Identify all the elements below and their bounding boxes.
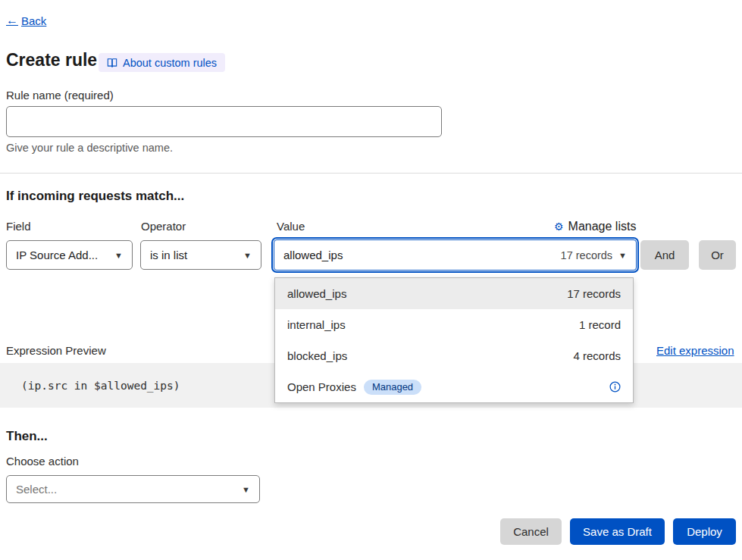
deploy-button[interactable]: Deploy: [673, 518, 736, 545]
match-section-title: If incoming requests match...: [6, 189, 184, 204]
edit-expression-link[interactable]: Edit expression: [656, 344, 734, 357]
choose-action-label: Choose action: [6, 455, 79, 468]
value-select[interactable]: allowed_ips 17 records ▼: [274, 239, 637, 271]
list-dropdown-menu: allowed_ips 17 records internal_ips 1 re…: [274, 277, 634, 403]
field-select-value: IP Source Add...: [16, 249, 98, 261]
back-label: Back: [21, 14, 46, 27]
gear-icon: ⚙: [554, 221, 564, 233]
manage-lists-label: Manage lists: [568, 220, 637, 233]
page-title: Create rule: [6, 50, 97, 70]
create-rule-page: ← Back Create rule About custom rules Ru…: [0, 0, 742, 560]
book-icon: [107, 58, 117, 68]
list-item-name: internal_ips: [287, 318, 346, 331]
list-item-allowed-ips[interactable]: allowed_ips 17 records: [275, 278, 633, 309]
list-item-name: allowed_ips: [287, 287, 346, 300]
list-item-records: 17 records: [567, 287, 621, 300]
operator-select[interactable]: is in list ▼: [140, 240, 261, 270]
save-as-draft-button[interactable]: Save as Draft: [570, 518, 665, 545]
expression-code: (ip.src in $allowed_ips): [21, 380, 180, 392]
then-section-title: Then...: [6, 429, 48, 444]
rule-name-label: Rule name (required): [6, 89, 114, 102]
chevron-down-icon: ▼: [114, 251, 123, 260]
back-arrow-icon: ←: [6, 14, 18, 27]
value-label: Value: [277, 220, 305, 233]
chevron-down-icon: ▼: [242, 485, 250, 494]
list-item-records: 4 records: [573, 349, 621, 362]
action-select[interactable]: Select... ▼: [6, 475, 260, 503]
field-select[interactable]: IP Source Add... ▼: [6, 240, 133, 270]
manage-lists-link[interactable]: ⚙ Manage lists: [554, 220, 636, 233]
rule-name-input[interactable]: [6, 106, 442, 137]
back-link[interactable]: ← Back: [6, 14, 46, 27]
action-select-placeholder: Select...: [16, 483, 57, 496]
field-label: Field: [6, 220, 31, 233]
value-select-records: 17 records: [561, 249, 613, 261]
about-custom-rules-link[interactable]: About custom rules: [99, 53, 225, 72]
list-item-open-proxies[interactable]: Open Proxies Managed: [275, 371, 633, 402]
list-item-blocked-ips[interactable]: blocked_ips 4 records: [275, 340, 633, 371]
expression-preview-label: Expression Preview: [6, 344, 106, 357]
rule-name-helper: Give your rule a descriptive name.: [6, 142, 173, 154]
chevron-down-icon: ▼: [618, 251, 627, 260]
or-button[interactable]: Or: [699, 240, 736, 270]
about-custom-rules-label: About custom rules: [123, 57, 217, 69]
operator-label: Operator: [141, 220, 186, 233]
list-item-internal-ips[interactable]: internal_ips 1 record: [275, 309, 633, 340]
cancel-button[interactable]: Cancel: [500, 518, 562, 545]
section-divider: [0, 173, 742, 174]
list-item-name: blocked_ips: [287, 349, 347, 362]
chevron-down-icon: ▼: [243, 251, 252, 260]
managed-badge: Managed: [364, 380, 421, 395]
and-button[interactable]: And: [640, 240, 689, 270]
info-icon[interactable]: [609, 381, 621, 393]
value-select-value: allowed_ips: [283, 249, 343, 261]
list-item-name: Open Proxies: [287, 380, 356, 393]
list-item-records: 1 record: [579, 318, 621, 331]
operator-select-value: is in list: [150, 249, 187, 261]
